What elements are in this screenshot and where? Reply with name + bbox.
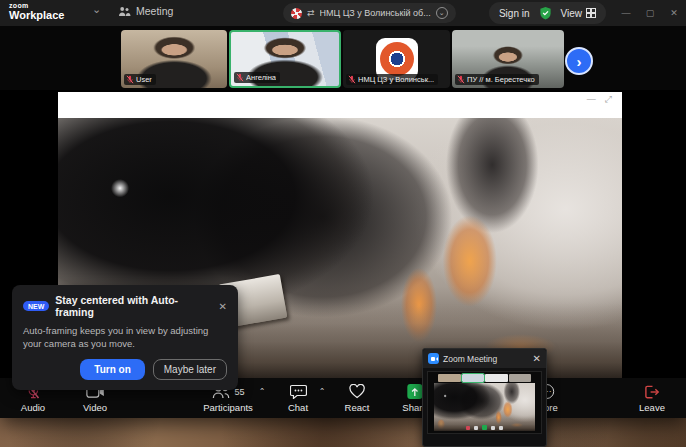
pip-filmstrip xyxy=(438,374,531,382)
mic-muted-icon xyxy=(457,75,465,84)
pip-close-icon[interactable]: ✕ xyxy=(533,353,541,364)
tab-meeting-label: Meeting xyxy=(136,5,173,17)
view-button[interactable]: View xyxy=(561,8,597,19)
react-label: React xyxy=(345,402,370,413)
participant-tile-2-active-speaker[interactable]: Ангеліна xyxy=(229,30,341,88)
participant-name-tag: Ангеліна xyxy=(234,72,280,83)
pip-share-icon xyxy=(482,425,487,430)
zoom-meeting-window: zoom Workplace ⌄ Meeting ⇄ НМЦ ЦЗ у Воли… xyxy=(0,0,686,418)
pip-meeting-preview xyxy=(427,371,542,434)
titlebar: zoom Workplace ⌄ Meeting ⇄ НМЦ ЦЗ у Воли… xyxy=(0,0,686,26)
new-badge: NEW xyxy=(23,301,49,311)
next-participants-button[interactable]: › xyxy=(565,47,593,75)
audio-label: Audio xyxy=(21,402,45,413)
maximize-button[interactable]: ▢ xyxy=(638,0,662,26)
maybe-later-button[interactable]: Maybe later xyxy=(153,359,227,380)
grid-view-icon xyxy=(586,8,596,18)
window-controls: — ▢ ✕ xyxy=(614,0,686,26)
slide-controls: — ⤢ xyxy=(587,94,612,105)
people-icon xyxy=(118,6,131,17)
pip-tile xyxy=(485,374,508,382)
participant-name-tag: НМЦ ЦЗ у Волинськ... xyxy=(346,74,438,85)
participant-name: Ангеліна xyxy=(246,73,276,82)
participant-name: User xyxy=(136,75,152,84)
meeting-title-pill[interactable]: ⇄ НМЦ ЦЗ у Волинській об... ⌄ xyxy=(283,3,456,23)
brand-zoom: zoom xyxy=(9,2,64,9)
participant-name-tag: ПУ // м. Берестечко xyxy=(455,74,539,85)
chevron-down-icon[interactable]: ⌄ xyxy=(92,3,101,16)
chat-button[interactable]: Chat xyxy=(288,383,308,413)
pip-tile xyxy=(509,374,532,382)
close-button[interactable]: ✕ xyxy=(662,0,686,26)
close-icon[interactable]: ✕ xyxy=(219,301,227,312)
auto-framing-notification: NEW Stay centered with Auto-framing ✕ Au… xyxy=(12,285,238,390)
heart-icon xyxy=(348,384,365,399)
mic-muted-icon xyxy=(236,73,244,82)
dsns-emblem-core xyxy=(380,42,414,76)
chat-bubble-icon xyxy=(289,384,306,399)
notification-body: Auto-framing keeps you in view by adjust… xyxy=(23,324,227,350)
participant-tile-1[interactable]: User xyxy=(121,30,227,88)
participant-name: ПУ // м. Берестечко xyxy=(467,75,535,84)
turn-on-button[interactable]: Turn on xyxy=(80,359,144,380)
pip-titlebar[interactable]: Zoom Meeting ✕ xyxy=(423,349,546,368)
participant-tile-4[interactable]: ПУ // м. Берестечко xyxy=(452,30,564,88)
expand-icon[interactable]: ⌄ xyxy=(436,7,448,19)
participant-tile-3[interactable]: НМЦ ЦЗ у Волинськ... xyxy=(343,30,450,88)
participants-label: Participants xyxy=(203,402,253,413)
chat-label: Chat xyxy=(288,402,308,413)
pip-more-icon xyxy=(499,426,503,430)
participants-count: 55 xyxy=(234,387,244,397)
participant-name: НМЦ ЦЗ у Волинськ... xyxy=(358,75,434,84)
participant-filmstrip: User Ангеліна xyxy=(0,26,686,90)
zoom-app-icon xyxy=(428,353,439,364)
pip-toolbar xyxy=(434,424,535,431)
org-emblem-icon xyxy=(291,8,302,19)
meeting-title: НМЦ ЦЗ у Волинській об... xyxy=(320,8,431,18)
slide-minimize-icon[interactable]: — xyxy=(587,94,596,105)
desktop: zoom Workplace ⌄ Meeting ⇄ НМЦ ЦЗ у Воли… xyxy=(0,0,686,447)
titlebar-right-cluster: Sign in View xyxy=(489,2,606,24)
tab-meeting[interactable]: Meeting xyxy=(118,5,173,17)
view-label: View xyxy=(561,8,583,19)
minimize-button[interactable]: — xyxy=(614,0,638,26)
pip-video-icon xyxy=(474,426,478,430)
mic-muted-icon xyxy=(126,75,134,84)
leave-meeting-icon xyxy=(643,384,660,400)
shield-check-icon[interactable] xyxy=(539,6,552,20)
brand-workplace: Workplace xyxy=(9,10,64,21)
pip-mini-window[interactable]: Zoom Meeting ✕ xyxy=(422,348,547,447)
sign-in-button[interactable]: Sign in xyxy=(499,8,530,19)
pip-tile xyxy=(438,374,461,382)
zoom-workplace-logo: zoom Workplace xyxy=(9,2,64,21)
react-button[interactable]: React xyxy=(345,383,370,413)
pip-audio-icon xyxy=(466,426,470,430)
video-label: Video xyxy=(83,402,107,413)
share-screen-icon xyxy=(407,384,422,399)
pip-react-icon xyxy=(491,426,495,430)
pip-title: Zoom Meeting xyxy=(443,354,497,364)
mic-muted-icon xyxy=(348,75,356,84)
chat-options-chevron[interactable]: ⌃ xyxy=(319,387,326,396)
slide-expand-icon[interactable]: ⤢ xyxy=(605,94,612,105)
pip-tile xyxy=(462,374,485,382)
leave-label: Leave xyxy=(639,402,665,413)
swap-arrows-icon: ⇄ xyxy=(307,8,315,18)
notification-title: Stay centered with Auto-framing xyxy=(55,294,212,318)
leave-button[interactable]: Leave xyxy=(639,383,665,413)
participant-name-tag: User xyxy=(124,74,156,85)
participants-options-chevron[interactable]: ⌃ xyxy=(259,387,266,396)
